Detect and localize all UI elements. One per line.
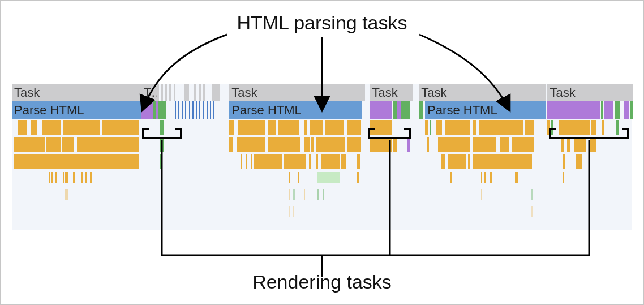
flame-bar bbox=[468, 154, 470, 169]
flame-bar bbox=[576, 154, 582, 169]
flame-bar bbox=[515, 172, 517, 183]
flame-bar bbox=[73, 172, 75, 183]
flame-bar bbox=[450, 172, 452, 183]
task-stripe bbox=[161, 84, 163, 101]
flame-bar bbox=[561, 137, 565, 152]
thin-blue-stripe bbox=[199, 101, 200, 119]
thin-blue-stripe bbox=[210, 101, 211, 119]
flame-bar bbox=[65, 172, 67, 183]
flame-bar bbox=[51, 172, 53, 183]
parse-segment bbox=[393, 101, 396, 119]
flame-row bbox=[12, 119, 632, 136]
task-segment bbox=[362, 84, 364, 101]
bracket bbox=[549, 130, 629, 139]
flame-bar bbox=[393, 137, 396, 152]
task-segment: Task bbox=[547, 84, 633, 101]
flame-bar bbox=[484, 172, 485, 183]
top-annotation-label: HTML parsing tasks bbox=[1, 12, 643, 34]
flame-bar bbox=[473, 137, 497, 152]
flame-bar bbox=[425, 120, 427, 135]
profiler-timeline: TaskT…TaskTaskTaskTask Parse HTMLParse H… bbox=[12, 84, 632, 230]
flame-bar bbox=[237, 137, 265, 152]
flame-bar bbox=[63, 172, 64, 183]
bracket bbox=[142, 130, 182, 139]
flame-bar bbox=[77, 137, 139, 152]
flame-bar bbox=[445, 120, 470, 135]
flame-bar bbox=[448, 154, 466, 169]
bracket bbox=[368, 130, 411, 139]
flame-bar bbox=[46, 137, 60, 152]
parse-segment bbox=[547, 101, 600, 119]
parse-segment bbox=[370, 101, 391, 119]
flame-bar bbox=[325, 120, 344, 135]
flame-bar bbox=[289, 206, 290, 217]
task-row: TaskT…TaskTaskTaskTask bbox=[12, 84, 632, 101]
flame-bar bbox=[438, 137, 470, 152]
flame-bar bbox=[310, 120, 323, 135]
task-stripe bbox=[165, 84, 168, 101]
flame-bar bbox=[293, 189, 294, 200]
task-segment bbox=[212, 84, 220, 101]
task-stripe bbox=[174, 84, 176, 101]
flame-bar bbox=[316, 154, 318, 169]
flame-bar bbox=[531, 189, 533, 200]
flame-bar bbox=[473, 154, 532, 169]
flame-row bbox=[12, 204, 632, 221]
flame-bar bbox=[241, 154, 242, 169]
flame-bar bbox=[14, 154, 139, 169]
parse-segment bbox=[601, 101, 603, 119]
flame-bar bbox=[311, 137, 313, 152]
parse-segment bbox=[397, 101, 401, 119]
flame-bar bbox=[18, 120, 27, 135]
flame-bar bbox=[81, 172, 83, 183]
flame-bar bbox=[160, 154, 162, 169]
flame-bar bbox=[85, 172, 87, 183]
flame-bar bbox=[525, 120, 534, 135]
flame-bar bbox=[309, 154, 311, 169]
task-segment bbox=[410, 84, 413, 101]
thin-blue-stripe bbox=[192, 101, 194, 119]
task-stripe bbox=[203, 84, 205, 101]
diagram-frame: HTML parsing tasks Rendering tasks TaskT… bbox=[0, 0, 644, 305]
task-stripe bbox=[157, 84, 159, 101]
flame-bar bbox=[321, 154, 340, 169]
flame-bar bbox=[347, 137, 361, 152]
flame-bar bbox=[238, 120, 265, 135]
flame-bar bbox=[370, 137, 391, 152]
parse-segment bbox=[630, 101, 633, 119]
flame-bar bbox=[63, 120, 100, 135]
flame-bar bbox=[563, 154, 565, 169]
task-segment: Task bbox=[12, 84, 141, 101]
task-segment: Task bbox=[419, 84, 546, 101]
parse-segment bbox=[401, 101, 410, 119]
task-segment: Task bbox=[370, 84, 410, 101]
flame-bar bbox=[289, 172, 290, 183]
flame-bar bbox=[427, 137, 428, 152]
flame-bar bbox=[304, 120, 307, 135]
flame-bar bbox=[341, 154, 346, 169]
flame-bar bbox=[289, 189, 290, 200]
flame-bar bbox=[357, 154, 359, 169]
flame-bar bbox=[278, 120, 299, 135]
parse-segment: Parse HTML bbox=[12, 101, 141, 119]
flame-bar bbox=[304, 189, 305, 200]
flame-bar bbox=[268, 120, 275, 135]
flame-bar bbox=[293, 206, 294, 217]
flame-bar bbox=[563, 172, 564, 183]
task-segment: Task bbox=[229, 84, 362, 101]
parse-segment bbox=[158, 101, 166, 119]
flame-bar bbox=[268, 137, 300, 152]
task-stripe bbox=[194, 84, 196, 101]
flame-bar bbox=[254, 154, 282, 169]
parse-segment bbox=[624, 101, 629, 119]
flame-bar bbox=[473, 120, 477, 135]
flame-bar bbox=[65, 189, 68, 200]
flame-bar bbox=[531, 206, 533, 217]
thin-blue-stripe bbox=[213, 101, 214, 119]
flame-bar bbox=[436, 120, 442, 135]
flame-row bbox=[12, 187, 632, 204]
flame-bar bbox=[49, 172, 50, 183]
flame-bar bbox=[481, 172, 482, 183]
flame-bar bbox=[42, 120, 61, 135]
parse-segment bbox=[615, 101, 620, 119]
